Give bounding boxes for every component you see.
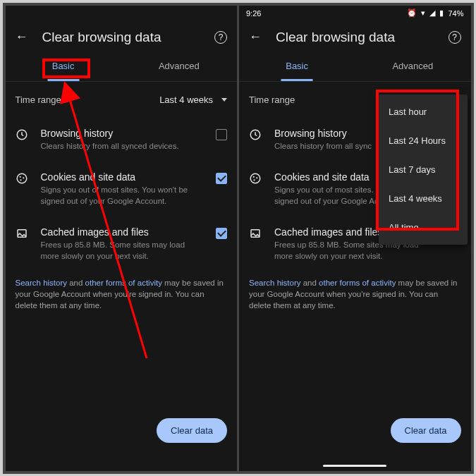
alarm-icon: ⏰ [407, 8, 417, 18]
menu-item[interactable]: Last 24 Hours [379, 126, 468, 155]
page-title: Clear browsing data [42, 30, 201, 45]
svg-point-11 [253, 179, 255, 181]
help-icon[interactable]: ? [448, 31, 461, 44]
item-title: Cookies and site data [41, 171, 204, 183]
checkbox[interactable] [216, 129, 227, 140]
back-icon[interactable]: ← [16, 30, 28, 44]
menu-item[interactable]: Last 7 days [379, 155, 468, 184]
svg-point-3 [23, 177, 24, 178]
activity-link[interactable]: other forms of activity [85, 279, 162, 287]
svg-point-10 [256, 177, 257, 178]
clear-data-button[interactable]: Clear data [157, 418, 227, 443]
clock-icon [249, 128, 262, 141]
svg-point-9 [253, 176, 255, 178]
caret-down-icon [221, 98, 227, 102]
page-title: Clear browsing data [276, 30, 434, 45]
footnote: Search history and other forms of activi… [239, 271, 471, 317]
list-item[interactable]: Browsing history Clears history from all… [6, 118, 238, 162]
svg-point-2 [19, 176, 20, 178]
clock-icon [16, 128, 28, 141]
checkbox[interactable] [216, 228, 227, 239]
back-icon[interactable]: ← [249, 30, 262, 44]
time-range-label: Time range [16, 94, 61, 105]
menu-item[interactable]: Last hour [379, 97, 468, 126]
home-indicator [323, 465, 386, 467]
time-range-menu: Last hour Last 24 Hours Last 7 days Last… [379, 94, 468, 245]
list-item[interactable]: Cached images and files Frees up 85.8 MB… [6, 216, 238, 271]
status-bar: 9:26 ⏰ ▾ ◢ ▮ 74% [239, 6, 471, 21]
image-icon [16, 227, 28, 240]
svg-point-4 [20, 179, 21, 181]
item-sub: Frees up 85.8 MB. Some sites may load mo… [41, 240, 204, 262]
tab-advanced[interactable]: Advanced [121, 51, 237, 81]
item-title: Browsing history [41, 128, 204, 139]
phone-right: 9:26 ⏰ ▾ ◢ ▮ 74% ← Clear browsing data ?… [239, 6, 471, 471]
status-bar [6, 6, 238, 21]
activity-link[interactable]: other forms of activity [319, 279, 396, 287]
app-bar: ← Clear browsing data ? [239, 21, 471, 51]
item-sub: Signs you out of most sites. You won't b… [41, 185, 204, 207]
tab-basic[interactable]: Basic [6, 51, 121, 81]
wifi-icon: ▾ [421, 8, 425, 18]
menu-item[interactable]: Last 4 weeks [379, 184, 468, 213]
list-item[interactable]: Cookies and site data Signs you out of m… [6, 161, 238, 216]
cookie-icon [249, 172, 262, 185]
time-range-label: Time range [249, 94, 295, 105]
battery-text: 74% [448, 9, 463, 18]
clear-data-button[interactable]: Clear data [391, 418, 461, 443]
app-bar: ← Clear browsing data ? [6, 21, 238, 51]
phone-left: ← Clear browsing data ? Basic Advanced T… [6, 6, 238, 471]
tab-basic[interactable]: Basic [239, 51, 355, 81]
item-title: Cached images and files [41, 226, 204, 238]
svg-point-1 [17, 173, 27, 183]
item-sub: Clears history from all synced devices. [41, 141, 204, 152]
search-history-link[interactable]: Search history [16, 279, 68, 287]
search-history-link[interactable]: Search history [249, 279, 301, 287]
cookie-icon [16, 172, 28, 185]
svg-point-8 [250, 173, 260, 183]
footnote: Search history and other forms of activi… [6, 271, 238, 317]
signal-icon: ◢ [429, 8, 435, 18]
time-range-dropdown[interactable]: Last 4 weeks [159, 94, 227, 105]
checkbox[interactable] [216, 173, 227, 184]
tab-advanced[interactable]: Advanced [355, 51, 470, 81]
menu-item[interactable]: All time [379, 213, 468, 242]
help-icon[interactable]: ? [214, 31, 227, 44]
image-icon [249, 227, 262, 240]
battery-icon: ▮ [439, 8, 444, 18]
status-time: 9:26 [246, 9, 261, 18]
